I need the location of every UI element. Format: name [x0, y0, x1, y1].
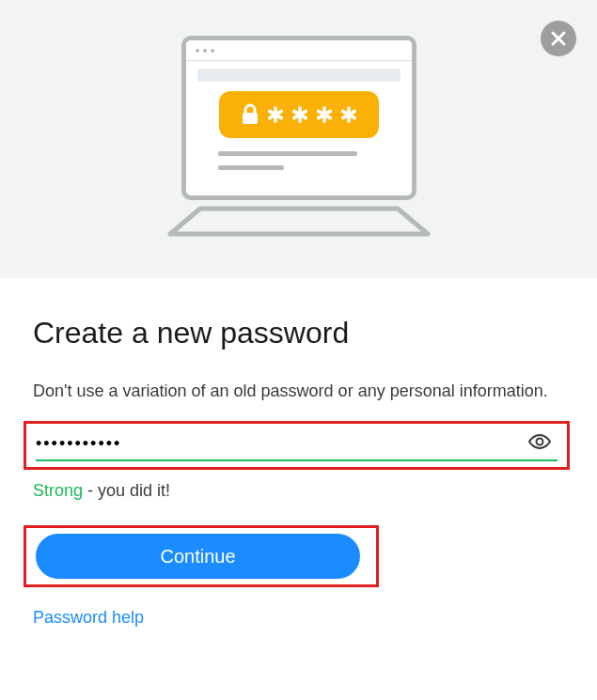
browser-chrome — [186, 40, 412, 61]
eye-icon — [527, 433, 552, 450]
laptop-base — [163, 204, 435, 241]
continue-button-highlight: Continue — [24, 525, 379, 587]
continue-button[interactable]: Continue — [36, 534, 360, 579]
hero-section — [0, 0, 597, 278]
password-input[interactable] — [36, 434, 522, 454]
laptop-screen — [181, 36, 416, 200]
asterisk-icon — [267, 106, 284, 123]
password-field-wrap — [36, 433, 558, 461]
asterisk-icon — [340, 106, 357, 123]
password-help-link[interactable]: Password help — [33, 608, 144, 627]
page-subtitle: Don't use a variation of an old password… — [33, 379, 564, 404]
toggle-visibility-button[interactable] — [522, 433, 558, 454]
page-title: Create a new password — [33, 316, 564, 350]
asterisk-icon — [291, 106, 308, 123]
strength-label: Strong — [33, 481, 83, 500]
laptop-illustration — [163, 36, 435, 242]
asterisk-icon — [316, 106, 333, 123]
strength-suffix: - you did it! — [83, 481, 170, 500]
password-mask-badge — [219, 91, 379, 138]
password-field-highlight — [24, 421, 570, 470]
placeholder-line — [218, 151, 357, 156]
browser-address-bar — [197, 69, 401, 82]
svg-point-1 — [537, 439, 543, 445]
password-strength-text: Strong - you did it! — [33, 481, 564, 501]
main-content: Create a new password Don't use a variat… — [0, 278, 597, 628]
close-button[interactable] — [541, 21, 576, 56]
lock-icon — [241, 103, 259, 126]
svg-rect-0 — [243, 113, 258, 124]
close-icon — [549, 29, 568, 48]
placeholder-line — [218, 165, 284, 170]
